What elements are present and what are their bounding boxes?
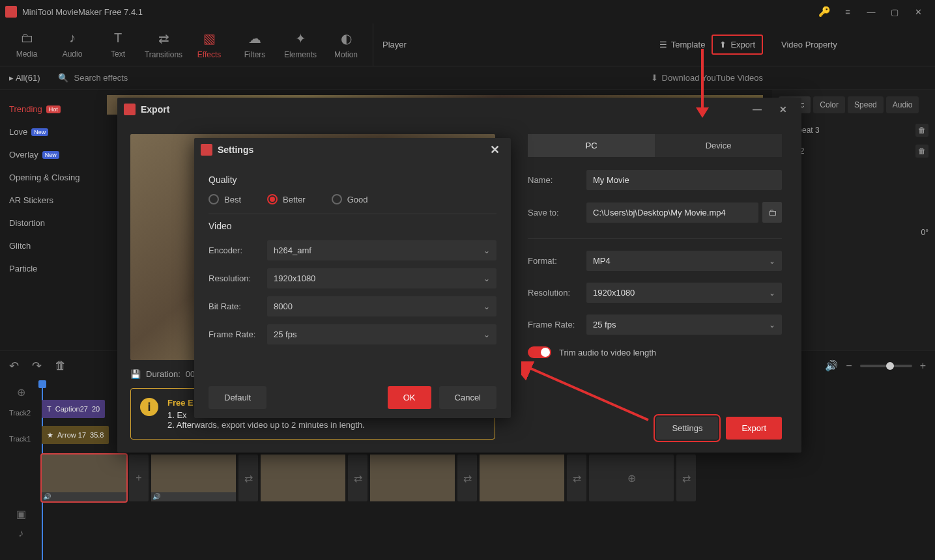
prop-tab-audio[interactable]: Audio [886, 96, 919, 113]
save-icon: 💾 [130, 369, 141, 379]
maximize-button[interactable]: ▢ [883, 0, 906, 23]
transition-slot[interactable]: ⇄ [348, 455, 367, 501]
s-framerate-select[interactable]: 25 fps⌄ [267, 324, 496, 344]
warning-icon: i [140, 398, 158, 416]
transition-slot[interactable]: + [129, 455, 149, 501]
sidebar-item-particle[interactable]: Particle [9, 257, 89, 280]
framerate-label: Frame Rate: [528, 320, 586, 329]
tool-effects[interactable]: ▧Effects [186, 23, 232, 66]
video-section-label: Video [209, 221, 496, 231]
key-icon[interactable]: 🔑 [818, 6, 831, 18]
tool-transitions[interactable]: ⇄Transitions [141, 23, 186, 66]
zoom-slider[interactable] [860, 365, 912, 367]
settings-close-button[interactable]: ✕ [485, 140, 504, 160]
minimize-button[interactable]: — [859, 0, 883, 23]
app-title: MiniTool MovieMaker Free 7.4.1 [22, 7, 143, 17]
all-filter[interactable]: ▸ All(61) [0, 73, 49, 83]
close-button[interactable]: ✕ [906, 0, 930, 23]
player-bar: Player ☰ Template ⬆ Export [373, 23, 772, 66]
zoom-out-button[interactable]: − [846, 360, 852, 372]
rotation-value: 0° [921, 228, 928, 237]
sidebar-item-distortion[interactable]: Distortion [9, 212, 89, 234]
sidebar-item-glitch[interactable]: Glitch [9, 234, 89, 257]
format-select[interactable]: MP4⌄ [586, 251, 782, 271]
s-framerate-label: Frame Rate: [209, 329, 267, 339]
menu-icon[interactable]: ≡ [836, 0, 859, 23]
framerate-select[interactable]: 25 fps⌄ [586, 315, 782, 335]
transition-slot[interactable]: ⇄ [567, 455, 586, 501]
audio-icon[interactable]: 🔊 [825, 359, 838, 372]
audio-icon: ♪ [69, 31, 76, 46]
add-clip-slot[interactable]: ⊕ [589, 455, 674, 501]
search-effects-input[interactable]: 🔍 Search effects [49, 73, 283, 83]
video-clip[interactable] [480, 455, 564, 501]
transition-slot[interactable]: ⇄ [457, 455, 477, 501]
export-button[interactable]: ⬆ Export [712, 35, 763, 55]
transition-slot[interactable]: ⇄ [676, 455, 696, 501]
sidebar-item-love[interactable]: Love New [9, 120, 89, 143]
settings-button[interactable]: Settings [656, 417, 718, 440]
filter-row: ▸ All(61) 🔍 Search effects ⬇ Download Yo… [0, 66, 935, 90]
sidebar-item-trending[interactable]: Trending Hot [9, 98, 89, 120]
delete-icon[interactable]: 🗑 [915, 145, 928, 158]
name-input[interactable]: My Movie [586, 170, 782, 190]
tool-motion[interactable]: ◐Motion [323, 23, 369, 66]
filters-icon: ☁ [248, 31, 261, 46]
sidebar-item-overlay[interactable]: Overlay New [9, 143, 89, 166]
saveto-input[interactable]: C:\Users\bj\Desktop\My Movie.mp4 [586, 203, 758, 223]
video-property-label: Video Property [772, 23, 935, 66]
sidebar-item-ar-stickers[interactable]: AR Stickers [9, 189, 89, 212]
video-clip[interactable]: 🔊 [151, 455, 236, 501]
audio-track-icon: ♪ [0, 527, 42, 539]
trim-audio-toggle[interactable] [528, 346, 551, 358]
browse-button[interactable]: 🗀 [762, 202, 782, 223]
prop-tab-speed[interactable]: Speed [848, 96, 884, 113]
tool-media[interactable]: 🗀Media [4, 23, 50, 66]
dialog-minimize-button[interactable]: — [745, 98, 769, 121]
settings-dialog: Settings ✕ Quality BestBetterGood Video … [194, 138, 511, 418]
export-dialog-titlebar: Export — ✕ [117, 98, 801, 121]
export-tab-device[interactable]: Device [655, 134, 782, 157]
quality-radio-good[interactable]: Good [332, 194, 368, 204]
settings-title: Settings [218, 145, 253, 155]
track2-label: Track2 [0, 409, 42, 417]
bitrate-select[interactable]: 8000⌄ [267, 296, 496, 316]
sidebar-item-opening-closing[interactable]: Opening & Closing [9, 166, 89, 189]
upload-icon: ⬆ [719, 40, 726, 49]
delete-icon[interactable]: 🗑 [915, 124, 928, 137]
quality-radio-better[interactable]: Better [267, 194, 306, 204]
download-youtube-button[interactable]: ⬇ Download YouTube Videos [642, 73, 772, 83]
effect-clip[interactable]: ★Arrow 1735.8 [42, 426, 109, 444]
text-clip[interactable]: TCaption2720 [42, 400, 105, 418]
tool-audio[interactable]: ♪Audio [50, 23, 95, 66]
template-button[interactable]: ☰ Template [653, 36, 712, 53]
default-button[interactable]: Default [209, 386, 266, 409]
dialog-close-button[interactable]: ✕ [771, 98, 795, 121]
video-clip[interactable] [370, 455, 455, 501]
transition-slot[interactable]: ⇄ [238, 455, 258, 501]
ok-button[interactable]: OK [388, 386, 431, 409]
export-tab-pc[interactable]: PC [528, 134, 655, 157]
resolution-select[interactable]: 1920x1080⌄ [586, 283, 782, 303]
encoder-label: Encoder: [209, 245, 267, 255]
s-resolution-select[interactable]: 1920x1080⌄ [267, 268, 496, 288]
zoom-in-button[interactable]: + [920, 360, 926, 372]
redo-button[interactable]: ↷ [32, 359, 42, 373]
tool-elements[interactable]: ✦Elements [278, 23, 323, 66]
undo-button[interactable]: ↶ [9, 359, 19, 373]
tool-filters[interactable]: ☁Filters [232, 23, 278, 66]
add-track-icon[interactable]: ⊕ [0, 386, 42, 399]
text-icon: T [114, 31, 122, 46]
app-logo-icon [201, 144, 212, 156]
quality-radio-best[interactable]: Best [209, 194, 241, 204]
prop-tab-color[interactable]: Color [813, 96, 845, 113]
video-clip[interactable] [261, 455, 345, 501]
encoder-select[interactable]: h264_amf⌄ [267, 240, 496, 260]
window-titlebar: MiniTool MovieMaker Free 7.4.1 🔑 ≡ — ▢ ✕ [0, 0, 935, 23]
export-confirm-button[interactable]: Export [726, 417, 782, 440]
delete-button[interactable]: 🗑 [55, 359, 66, 372]
tool-text[interactable]: TText [95, 23, 141, 66]
video-clip[interactable]: 🔊 [42, 455, 126, 501]
quality-section-label: Quality [209, 175, 496, 185]
cancel-button[interactable]: Cancel [439, 386, 496, 409]
